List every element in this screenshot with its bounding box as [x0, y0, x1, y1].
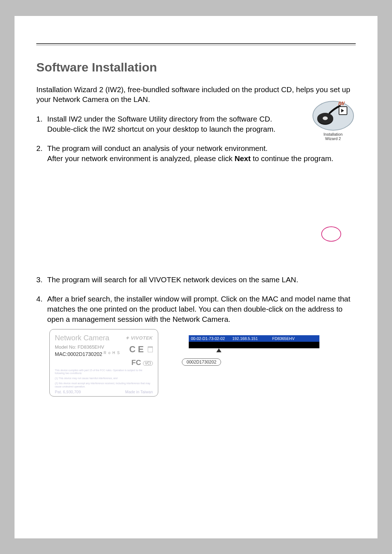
- patent-number: Pat. 6,930,709: [55, 390, 81, 394]
- step-3: 3. The program will search for all VIVOT…: [36, 275, 356, 285]
- product-label: Network Camera ✦ VIVOTEK Model No: FD836…: [49, 329, 158, 396]
- intro-paragraph: Installation Wizard 2 (IW2), free-bundle…: [36, 85, 356, 104]
- rohs-mark: R o H S: [103, 351, 120, 355]
- step-1-line1: Install IW2 under the Software Utility d…: [47, 115, 272, 123]
- model-number: Model No: FD8365EHV: [55, 344, 120, 350]
- step-body: The program will search for all VIVOTEK …: [47, 275, 356, 285]
- weee-icon: [148, 346, 153, 352]
- product-label-title: Network Camera: [55, 334, 109, 342]
- header-rule-thick: [36, 43, 356, 44]
- pointer-arrow-icon: [216, 348, 221, 352]
- device-mac: 00-02-D1-73-02-02: [189, 336, 232, 341]
- step-number: 4.: [36, 294, 47, 324]
- device-list-panel: 00-02-D1-73-02-02 192.168.5.151 FD8365EH…: [189, 335, 319, 363]
- fcc-fine-print-3: (2) this device must accept any interfer…: [55, 382, 153, 388]
- vci-mark: VCI: [143, 361, 153, 366]
- fcc-fine-print-2: (1) This device may not cause harmful in…: [55, 377, 153, 380]
- mac-callout: 0002D1730202: [189, 348, 319, 363]
- header-row: VIVOTEK: [36, 33, 356, 41]
- fcc-fine-print-1: This device complies with part 15 of the…: [55, 369, 153, 375]
- svg-text:IW: IW: [338, 100, 345, 106]
- brand-text: VIVOTEK: [36, 33, 66, 41]
- iw2-shortcut-label2: Wizard 2: [310, 136, 356, 141]
- device-ip: 192.168.5.151: [232, 336, 272, 341]
- step-body: After a brief search, the installer wind…: [47, 294, 356, 324]
- highlight-circle: [321, 226, 341, 242]
- step-2-line1: The program will conduct an analysis of …: [47, 144, 268, 152]
- step-1: 1. Install IW2 under the Software Utilit…: [36, 114, 356, 134]
- vivotek-logo-text: VIVOTEK: [131, 335, 153, 341]
- step-number: 1.: [36, 114, 47, 134]
- iw2-shortcut-label1: Installation: [310, 132, 356, 136]
- page-title: Software Installation: [36, 60, 356, 74]
- svg-point-3: [323, 116, 328, 120]
- next-keyword: Next: [234, 154, 250, 163]
- device-row-empty: [189, 342, 319, 348]
- step-1-line2: Double-click the IW2 shortcut on your de…: [47, 125, 275, 133]
- made-in: Made in Taiwan: [125, 390, 153, 394]
- ce-mark: C E: [129, 344, 144, 354]
- step-4: 4. After a brief search, the installer w…: [36, 294, 356, 324]
- iw2-shortcut-icon: IW Installation Wizard 2: [310, 99, 356, 141]
- mac-address: MAC:0002D1730202: [55, 351, 102, 357]
- step-number: 3.: [36, 275, 47, 285]
- device-model: FD8365EHV: [272, 336, 319, 341]
- step-body: The program will conduct an analysis of …: [47, 143, 356, 163]
- mac-callout-value: 0002D1730202: [182, 358, 221, 366]
- step-2-line2b: to continue the program.: [251, 154, 334, 163]
- manual-page: VIVOTEK Software Installation Installati…: [15, 16, 377, 538]
- step-body: Install IW2 under the Software Utility d…: [47, 114, 301, 134]
- step-2: 2. The program will conduct an analysis …: [36, 143, 356, 163]
- vivotek-logo-small: ✦ VIVOTEK: [125, 335, 153, 341]
- step-number: 2.: [36, 143, 47, 163]
- page-footer: 18 - User's Manual: [36, 520, 85, 526]
- header-rule-thin: [36, 45, 356, 46]
- device-row-selected[interactable]: 00-02-D1-73-02-02 192.168.5.151 FD8365EH…: [189, 335, 319, 342]
- iw2-icon: IW: [311, 99, 355, 132]
- fcc-mark: FC: [131, 358, 141, 366]
- step-2-line2a: After your network environment is analyz…: [47, 154, 234, 163]
